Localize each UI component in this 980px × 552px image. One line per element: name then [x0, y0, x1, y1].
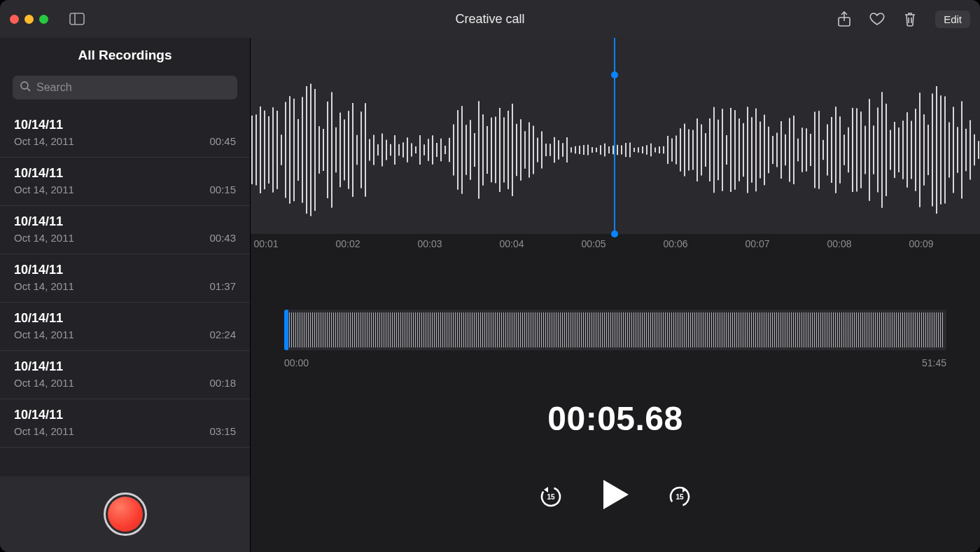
share-icon[interactable] — [837, 11, 851, 27]
recording-row[interactable]: 10/14/11Oct 14, 201101:37 — [0, 254, 250, 303]
app-window: Creative call Edit All Recording — [0, 0, 980, 552]
ruler-tick: 00:09 — [909, 238, 933, 249]
ruler-tick: 00:02 — [335, 238, 360, 249]
favorite-icon[interactable] — [869, 12, 885, 26]
playback-controls: 15 15 — [251, 478, 980, 513]
search-icon — [20, 81, 31, 95]
recording-row[interactable]: 10/14/11Oct 14, 201100:45 — [0, 109, 250, 158]
waveform-overview[interactable] — [284, 310, 946, 350]
current-time: 00:05.68 — [251, 399, 980, 438]
svg-line-4 — [27, 88, 30, 91]
recording-row[interactable]: 10/14/11Oct 14, 201103:15 — [0, 399, 250, 448]
recording-title: 10/14/11 — [14, 166, 236, 181]
record-bar — [0, 476, 250, 552]
detail-pane: 00:0100:0200:0300:0400:0500:0600:0700:08… — [251, 38, 980, 552]
ruler-tick: 00:06 — [663, 238, 687, 249]
record-button[interactable] — [104, 492, 147, 536]
recording-title: 10/14/11 — [14, 311, 236, 326]
recording-date: Oct 14, 2011 — [14, 232, 74, 244]
play-button[interactable] — [601, 478, 630, 513]
svg-point-3 — [21, 82, 28, 89]
fullscreen-window-button[interactable] — [39, 15, 48, 24]
ruler-tick: 00:03 — [417, 238, 442, 249]
recording-duration: 00:15 — [209, 184, 236, 195]
close-window-button[interactable] — [10, 15, 19, 24]
waveform-detail[interactable] — [251, 38, 980, 234]
svg-text:15: 15 — [547, 493, 555, 501]
overview-start-time: 00:00 — [284, 357, 309, 368]
recording-title: 10/14/11 — [14, 263, 236, 277]
recording-row[interactable]: 10/14/11Oct 14, 201102:24 — [0, 303, 250, 351]
recording-duration: 03:15 — [209, 425, 236, 437]
recording-date: Oct 14, 2011 — [14, 377, 74, 389]
recording-date: Oct 14, 2011 — [14, 184, 74, 195]
content-body: All Recordings 10/14/11Oct 14, 201100:45… — [0, 38, 980, 552]
recording-title: 10/14/11 — [14, 214, 236, 229]
waveform-graphic — [251, 38, 980, 234]
ruler-tick: 00:08 — [827, 238, 851, 249]
recording-row[interactable]: 10/14/11Oct 14, 201100:15 — [0, 158, 250, 206]
sidebar: All Recordings 10/14/11Oct 14, 201100:45… — [0, 38, 251, 552]
edit-button[interactable]: Edit — [935, 11, 970, 28]
overview-end-time: 51:45 — [922, 357, 946, 368]
titlebar-actions: Edit — [837, 11, 970, 28]
overview-playhead[interactable] — [284, 310, 288, 350]
time-ruler: 00:0100:0200:0300:0400:0500:0600:0700:08… — [251, 234, 980, 259]
recording-title: 10/14/11 — [14, 359, 236, 374]
recording-date: Oct 14, 2011 — [14, 425, 74, 437]
overview-waveform-graphic — [287, 312, 944, 347]
skip-back-button[interactable]: 15 — [539, 484, 563, 508]
recording-date: Oct 14, 2011 — [14, 280, 74, 292]
sidebar-toggle-icon[interactable] — [69, 13, 85, 25]
recording-date: Oct 14, 2011 — [14, 329, 74, 340]
recording-duration: 00:18 — [209, 377, 236, 389]
ruler-tick: 00:05 — [581, 238, 606, 249]
recording-row[interactable]: 10/14/11Oct 14, 201100:43 — [0, 206, 250, 254]
minimize-window-button[interactable] — [24, 15, 34, 24]
recording-duration: 02:24 — [209, 329, 236, 340]
recording-row[interactable]: 10/14/11Oct 14, 201100:18 — [0, 351, 250, 399]
ruler-tick: 00:07 — [745, 238, 769, 249]
skip-forward-button[interactable]: 15 — [668, 484, 692, 508]
playhead[interactable] — [614, 38, 615, 234]
svg-rect-0 — [70, 13, 84, 25]
svg-text:15: 15 — [676, 493, 684, 501]
recording-duration: 01:37 — [209, 280, 236, 292]
recording-title: 10/14/11 — [14, 118, 236, 132]
titlebar: Creative call Edit — [0, 0, 980, 38]
sidebar-title: All Recordings — [0, 38, 250, 76]
recording-date: Oct 14, 2011 — [14, 135, 74, 147]
record-icon — [108, 497, 143, 532]
recording-duration: 00:43 — [209, 232, 236, 244]
recording-duration: 00:45 — [209, 135, 236, 147]
window-controls — [10, 15, 48, 24]
trash-icon[interactable] — [903, 11, 917, 27]
ruler-tick: 00:01 — [253, 238, 278, 249]
ruler-tick: 00:04 — [499, 238, 524, 249]
window-title: Creative call — [0, 12, 980, 27]
search-input[interactable] — [36, 81, 230, 94]
search-field[interactable] — [13, 76, 237, 99]
recording-title: 10/14/11 — [14, 408, 236, 422]
